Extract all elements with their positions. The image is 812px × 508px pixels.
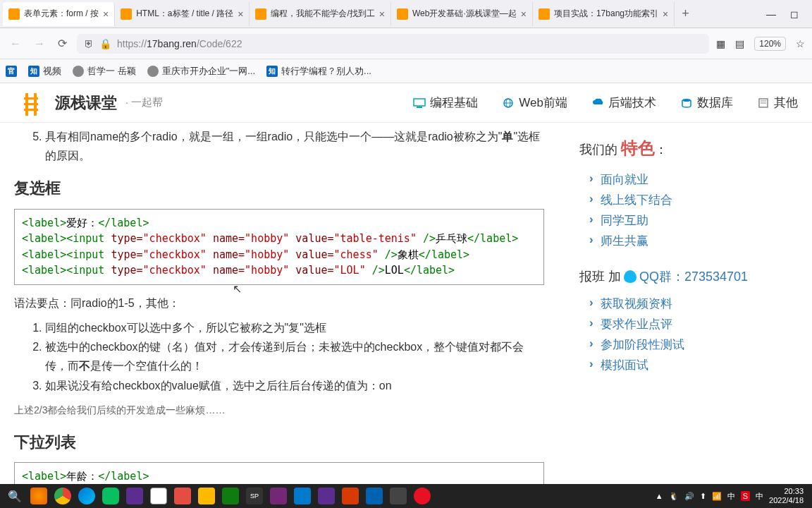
sidebar-item[interactable]: 师生共赢 <box>579 231 791 251</box>
svg-rect-4 <box>24 109 38 111</box>
favicon-icon <box>397 8 408 20</box>
app-icon[interactable] <box>266 484 290 508</box>
system-tray[interactable]: ▲ 🐧 🔊 ⬆ 📶 中 S 中 20:33 2022/4/18 <box>656 487 809 505</box>
nav-backend[interactable]: 后端技术 <box>591 95 656 111</box>
tab-title: 编程，我能不能学会/找到工 <box>271 8 374 20</box>
heading-select: 下拉列表 <box>14 429 544 455</box>
browser-tab-0[interactable]: 表单元素：form / 按 × <box>3 2 115 26</box>
tab-title: HTML：a标签 / title / 路径 <box>136 8 233 20</box>
forward-icon[interactable]: → <box>31 35 48 53</box>
close-icon[interactable]: × <box>521 8 527 20</box>
minimize-icon[interactable]: — <box>766 8 776 20</box>
spark-icon[interactable]: SP <box>242 484 266 508</box>
sidebar-item[interactable]: 线上线下结合 <box>579 190 791 210</box>
svg-rect-6 <box>417 107 422 108</box>
features-heading: 我们的 特色： <box>579 137 791 159</box>
tray-icon[interactable]: ▲ <box>656 492 663 500</box>
new-tab-button[interactable]: + <box>675 6 696 21</box>
bookmark-icon: 知 <box>28 66 39 77</box>
address-input[interactable]: ⛨ 🔒 https://17bang.ren/Code/622 <box>77 34 709 54</box>
zoom-level[interactable]: 120% <box>754 37 786 51</box>
bookmark-item[interactable]: 重庆市开办企业"一网... <box>147 65 255 78</box>
sidebar-item[interactable]: 同学互助 <box>579 210 791 231</box>
calc-icon[interactable] <box>362 484 386 508</box>
nav-web[interactable]: Web前端 <box>502 95 567 111</box>
back-icon[interactable]: ← <box>7 35 24 53</box>
browser-tab-1[interactable]: HTML：a标签 / title / 路径 × <box>115 2 250 26</box>
reader-icon[interactable]: ▤ <box>735 38 744 49</box>
qq-link[interactable]: QQ群：273534701 <box>639 268 748 285</box>
list-item: 具有相同name的多个radio，就是一组，一组radio，只能选中一个——这就… <box>45 127 544 165</box>
reload-icon[interactable]: ⟳ <box>55 34 70 53</box>
bookmark-icon: 官 <box>6 66 17 77</box>
sidebar-item[interactable]: 获取视频资料 <box>579 294 791 314</box>
clock[interactable]: 20:33 2022/4/18 <box>769 487 804 505</box>
bookmark-item[interactable]: 哲学一 岳颖 <box>73 65 136 78</box>
article-content: 具有相同name的多个radio，就是一组，一组radio，只能选中一个——这就… <box>0 123 558 484</box>
sidebar-item[interactable]: 要求作业点评 <box>579 314 791 334</box>
maximize-icon[interactable]: ◻ <box>790 8 799 20</box>
code-block-checkbox: <label>爱好：</label> <label><input type="c… <box>14 209 544 285</box>
edge-icon[interactable] <box>75 484 99 508</box>
bookmark-star-icon[interactable]: ☆ <box>796 38 805 49</box>
app-icon[interactable] <box>410 484 434 508</box>
globe-icon <box>147 66 159 77</box>
firefox-icon[interactable] <box>27 484 51 508</box>
search-icon[interactable]: 🔍 <box>3 484 27 508</box>
app-icon[interactable] <box>314 484 338 508</box>
close-icon[interactable]: × <box>103 8 109 20</box>
vs-icon[interactable] <box>123 484 147 508</box>
ime-icon[interactable]: S <box>741 491 750 501</box>
syntax-note: 语法要点：同radio的1-5，其他： <box>14 294 544 313</box>
bookmark-item[interactable]: 知转行学编程？别人劝... <box>266 65 371 78</box>
svg-point-10 <box>682 99 691 102</box>
volume-icon[interactable]: 🔊 <box>684 492 694 501</box>
nav-basics[interactable]: 编程基础 <box>413 95 478 111</box>
app-icon[interactable] <box>386 484 410 508</box>
app-icon[interactable] <box>219 484 242 508</box>
browser-tab-3[interactable]: Web开发基础·源栈课堂—起 × <box>391 2 533 26</box>
sidebar-item[interactable]: 参加阶段性测试 <box>579 334 791 355</box>
windows-taskbar: 🔍 SP ▲ 🐧 🔊 ⬆ 📶 中 S 中 20:33 2022/4/18 <box>0 484 812 508</box>
features-list: 面向就业 线上线下结合 同学互助 师生共赢 <box>579 169 791 251</box>
wechat-icon[interactable] <box>99 484 123 508</box>
lock-icon: 🔒 <box>99 38 111 49</box>
ime-icon[interactable]: 中 <box>756 491 763 502</box>
app-icon[interactable] <box>171 484 195 508</box>
tab-title: 表单元素：form / 按 <box>24 8 99 20</box>
favicon-icon <box>121 8 132 20</box>
bookmark-icon: 知 <box>266 66 278 77</box>
tray-icon[interactable]: 🐧 <box>669 492 679 501</box>
vscode-icon[interactable] <box>290 484 314 508</box>
enroll-heading: 报班 加 QQ群：273534701 <box>579 268 791 285</box>
sidebar-item[interactable]: 模拟面试 <box>579 355 791 375</box>
nav-db[interactable]: 数据库 <box>680 95 733 111</box>
enroll-list: 获取视频资料 要求作业点评 参加阶段性测试 模拟面试 <box>579 294 791 375</box>
bookmarks-bar: 官 知视频 哲学一 岳颖 重庆市开办企业"一网... 知转行学编程？别人劝... <box>0 59 812 83</box>
close-icon[interactable]: × <box>238 8 243 20</box>
ime-icon[interactable]: 中 <box>727 491 735 502</box>
explorer-icon[interactable] <box>195 484 219 508</box>
network-icon[interactable]: 📶 <box>712 492 722 501</box>
site-title[interactable]: 源栈课堂 <box>55 92 117 114</box>
favicon-icon <box>8 8 20 20</box>
nav-other[interactable]: 其他 <box>757 95 798 111</box>
qr-icon[interactable]: ▦ <box>716 38 725 49</box>
chrome-icon[interactable] <box>51 484 75 508</box>
close-icon[interactable]: × <box>379 8 385 20</box>
browser-tab-4[interactable]: 项目实战：17bang功能索引 × <box>533 2 675 26</box>
bookmark-item[interactable]: 知视频 <box>28 65 61 78</box>
notepad-icon[interactable] <box>147 484 171 508</box>
browser-tab-2[interactable]: 编程，我能不能学会/找到工 × <box>250 2 391 26</box>
heading-checkbox: 复选框 <box>14 175 544 201</box>
tray-icon[interactable]: ⬆ <box>700 492 706 501</box>
bookmark-item[interactable]: 官 <box>6 66 17 77</box>
nav-menu: 编程基础 Web前端 后端技术 数据库 其他 <box>413 95 798 111</box>
url-text: https://17bang.ren/Code/622 <box>117 38 242 49</box>
tab-title: Web开发基础·源栈课堂—起 <box>412 8 517 20</box>
sidebar-item[interactable]: 面向就业 <box>579 169 791 190</box>
code-block-select: <label>年龄：</label> <select name="age"> <… <box>14 462 544 484</box>
site-logo[interactable] <box>14 90 48 116</box>
app-icon[interactable] <box>338 484 362 508</box>
close-icon[interactable]: × <box>663 8 668 20</box>
